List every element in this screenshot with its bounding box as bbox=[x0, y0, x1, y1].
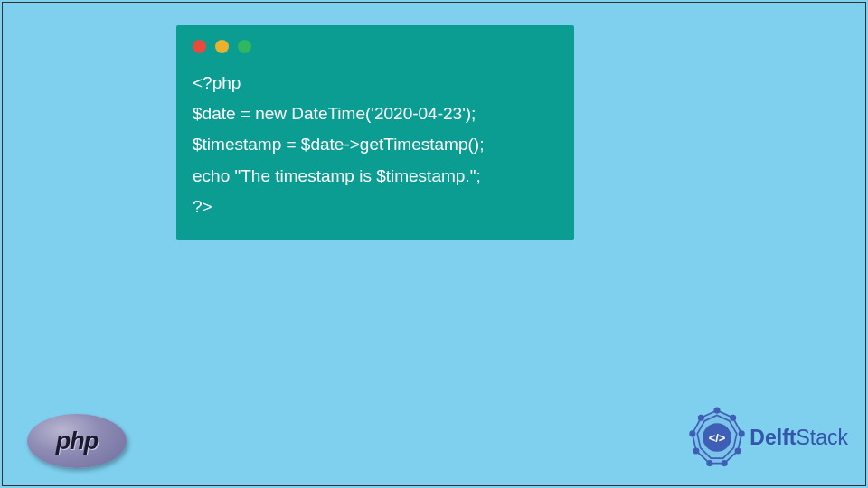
minimize-dot-icon bbox=[215, 40, 229, 53]
svg-point-8 bbox=[707, 461, 712, 465]
svg-point-7 bbox=[722, 461, 727, 465]
svg-point-4 bbox=[731, 416, 735, 420]
svg-point-11 bbox=[699, 416, 703, 420]
php-logo-text: php bbox=[56, 427, 98, 455]
svg-point-10 bbox=[690, 431, 694, 436]
php-ellipse-icon: php bbox=[27, 414, 127, 468]
code-content: <?php $date = new DateTime('2020-04-23')… bbox=[176, 53, 574, 240]
close-dot-icon bbox=[193, 40, 206, 53]
delft-brand-text: DelftStack bbox=[750, 426, 848, 450]
code-line-2: $date = new DateTime('2020-04-23'); bbox=[193, 104, 476, 123]
code-window: <?php $date = new DateTime('2020-04-23')… bbox=[176, 25, 574, 240]
delft-brand-bold: Delft bbox=[750, 426, 796, 449]
svg-point-3 bbox=[715, 408, 720, 412]
delftstack-logo: </> DelftStack bbox=[686, 407, 848, 468]
php-logo: php bbox=[27, 414, 127, 468]
svg-text:</>: </> bbox=[709, 431, 726, 445]
svg-point-5 bbox=[740, 431, 744, 436]
code-line-1: <?php bbox=[193, 73, 241, 92]
delft-gear-icon: </> bbox=[686, 407, 748, 468]
code-line-3: $timestamp = $date->getTimestamp(); bbox=[193, 135, 484, 154]
window-controls bbox=[176, 25, 574, 53]
delft-brand-rest: Stack bbox=[796, 426, 848, 449]
svg-point-9 bbox=[694, 448, 699, 453]
code-line-4: echo "The timestamp is $timestamp."; bbox=[193, 166, 481, 185]
svg-point-6 bbox=[736, 448, 741, 453]
maximize-dot-icon bbox=[238, 40, 251, 53]
code-line-5: ?> bbox=[193, 197, 212, 216]
